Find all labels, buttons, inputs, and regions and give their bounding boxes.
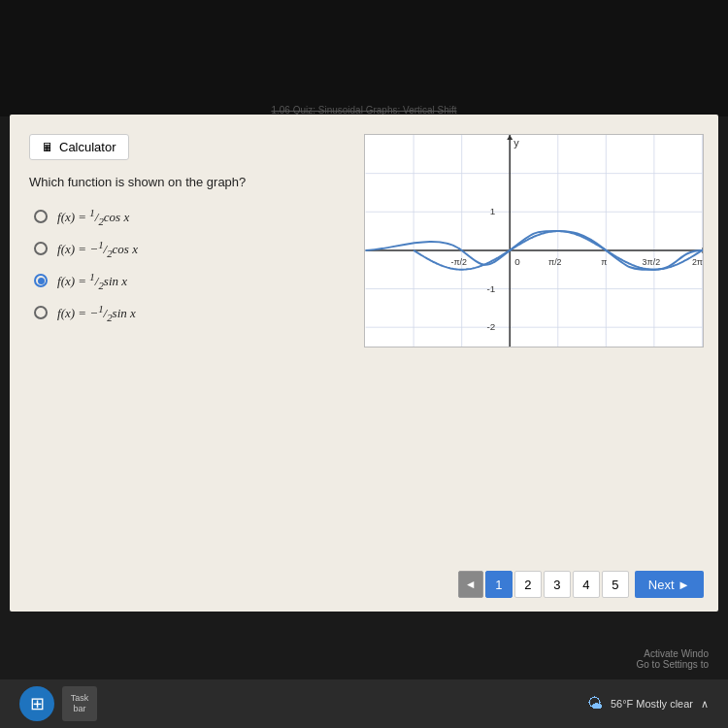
option-4-text: f(x) = −1/2sin x bbox=[57, 303, 136, 323]
windows-icon: ⊞ bbox=[30, 693, 45, 714]
radio-inner-3 bbox=[38, 278, 45, 284]
option-3-text: f(x) = 1/2sin x bbox=[57, 271, 127, 291]
top-black-bar bbox=[0, 0, 728, 116]
activate-line2: Go to Settings to bbox=[637, 659, 710, 670]
page-btn-2[interactable]: 2 bbox=[514, 571, 542, 598]
calculator-icon: 🖩 bbox=[42, 141, 53, 154]
radio-1[interactable] bbox=[34, 210, 48, 223]
page-btn-3[interactable]: 3 bbox=[544, 571, 571, 598]
sine-curve: (function() { var pts = []; // x from -p… bbox=[365, 135, 703, 347]
calculator-label: Calculator bbox=[59, 140, 116, 154]
app-icon-text: Taskbar bbox=[71, 693, 89, 714]
content-area: 🖩 Calculator Which function is shown on … bbox=[10, 115, 718, 612]
page-btn-1[interactable]: 1 bbox=[485, 571, 513, 598]
calculator-button[interactable]: 🖩 Calculator bbox=[29, 134, 129, 160]
option-2-text: f(x) = −1/2cos x bbox=[57, 239, 138, 259]
activate-line1: Activate Windo bbox=[637, 648, 710, 659]
next-button[interactable]: Next ► bbox=[635, 571, 704, 598]
page-btn-4[interactable]: 4 bbox=[573, 571, 600, 598]
activate-windows-text: Activate Windo Go to Settings to bbox=[637, 648, 710, 670]
prev-button[interactable]: ◄ bbox=[458, 571, 483, 598]
graph-container: x y 1 -1 -2 -π/2 0 π/2 π 3π/2 2π bbox=[364, 134, 704, 347]
weather-text: 56°F Mostly clear bbox=[611, 698, 693, 710]
start-button[interactable]: ⊞ bbox=[19, 686, 54, 721]
option-1-text: f(x) = 1/2cos x bbox=[57, 207, 129, 227]
system-tray-text: ∧ bbox=[701, 698, 709, 711]
radio-3[interactable] bbox=[34, 274, 48, 287]
taskbar-app-icon[interactable]: Taskbar bbox=[62, 686, 97, 721]
taskbar-left: ⊞ Taskbar bbox=[19, 686, 97, 721]
taskbar-right: 🌤 56°F Mostly clear ∧ bbox=[587, 695, 709, 712]
radio-4[interactable] bbox=[34, 306, 48, 319]
page-btn-5[interactable]: 5 bbox=[602, 571, 629, 598]
taskbar: ⊞ Taskbar 🌤 56°F Mostly clear ∧ bbox=[0, 679, 728, 728]
pagination-bar: ◄ 1 2 3 4 5 Next ► bbox=[458, 571, 704, 598]
radio-2[interactable] bbox=[34, 242, 48, 255]
weather-icon: 🌤 bbox=[587, 695, 603, 712]
